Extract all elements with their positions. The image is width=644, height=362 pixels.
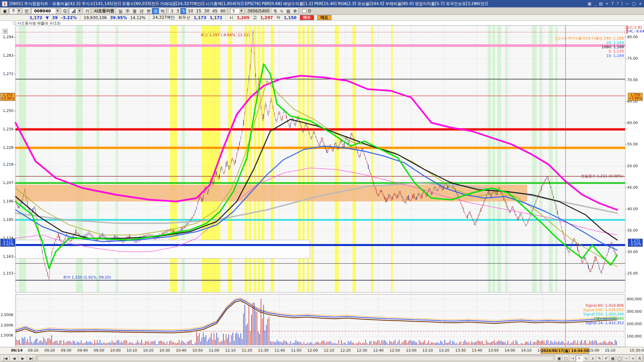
time-axis-label: 12:30 <box>354 348 370 353</box>
scroll-start-button[interactable]: |◀ <box>1 355 10 361</box>
low-price: 1,150 <box>284 15 297 20</box>
time-axis-label: 10:40 <box>173 348 189 353</box>
pin-icon[interactable]: + <box>605 1 609 6</box>
period-button[interactable]: 월 <box>131 8 138 14</box>
close-icon[interactable]: × <box>639 1 642 6</box>
current-price-badge-left: 1,172 -3.22% <box>0 239 15 247</box>
help-icon[interactable]: ? <box>616 1 619 6</box>
quote-bar: 1,172 ▼ 39 -3.22% 19,930,106 39.95% 14.1… <box>0 15 644 21</box>
save-icon[interactable]: ▤ <box>285 8 292 14</box>
period-button[interactable]: 초 <box>152 8 159 14</box>
period-button[interactable]: 일 <box>117 8 124 14</box>
time-axis-label: 12:20 <box>338 348 353 353</box>
legend-line: 10: 1,169 <box>556 54 624 58</box>
asset-type-select[interactable]: 주 ▼ <box>9 8 22 14</box>
interval-button[interactable]: 10 <box>186 8 195 14</box>
period-button[interactable]: 분 <box>145 8 152 14</box>
sell-button[interactable]: 매도 <box>317 15 331 20</box>
price-axis-label: 1,250 <box>1 109 13 113</box>
asset-type-value: 주 <box>11 8 15 14</box>
percent-axis-label: 75.00 <box>627 56 638 61</box>
minimize-icon[interactable]: — <box>626 1 630 6</box>
price-axis-label: 1,283 <box>1 53 13 58</box>
period-button[interactable]: 틱 <box>159 8 166 14</box>
settings-icon[interactable]: ⚙ <box>291 8 299 14</box>
grid-settings-icon[interactable]: ⊞ <box>3 29 8 34</box>
period-button[interactable]: 년 <box>138 8 145 14</box>
screen-layout-icon[interactable]: ▣ <box>1 8 8 14</box>
price-axis-label: 1,239 <box>1 127 13 131</box>
chart-type-select[interactable]: ▼ <box>69 8 83 14</box>
peak-tool-icon[interactable]: ∧ <box>589 355 596 361</box>
best-quote-label: 최우선 <box>178 15 190 20</box>
cursor-icon[interactable]: ↖ <box>576 355 583 361</box>
period-button[interactable]: 주 <box>124 8 131 14</box>
chart-scrollbar[interactable]: ···································· <box>38 356 554 361</box>
divider-icon[interactable]: | <box>622 1 623 6</box>
trend-dash-icon[interactable]: ⇢ <box>569 355 576 361</box>
stock-code-input[interactable] <box>34 8 54 14</box>
zoom-in-icon[interactable]: + <box>630 355 636 361</box>
current-price-badge-right: 1,172 -3.22% <box>628 239 643 247</box>
stock-name-label: 사조동아원 <box>92 8 116 14</box>
time-axis-label: 13:40 <box>469 348 485 353</box>
interval-button[interactable]: 30 <box>203 8 211 14</box>
turnover-pct: 39.95% <box>110 15 127 20</box>
pen-tool-icon[interactable]: ✐ <box>603 355 609 361</box>
interval-button[interactable]: 60 <box>219 8 227 14</box>
overlay-icon[interactable]: ▢ <box>562 355 569 361</box>
indicator-title: 사조동아원 매물대 수(13) <box>17 21 61 26</box>
zoom-out-icon[interactable]: − <box>623 355 630 361</box>
search-icon[interactable]: Q <box>62 8 68 14</box>
text-tool-icon[interactable]: A <box>636 355 643 361</box>
scroll-end-button[interactable]: ▶| <box>27 355 36 361</box>
hide-icon[interactable]: _ <box>594 1 596 6</box>
time-axis-label: 12:10 <box>321 348 337 353</box>
line-style-icon[interactable]: ∿ <box>278 8 285 14</box>
crosshair-time-badge: 2024/06/17(월) 14:44:50 <box>541 348 589 354</box>
interval-button[interactable]: 5 <box>180 8 186 14</box>
indicator-header[interactable]: 사조동아원 매물대 수(13) <box>13 21 61 25</box>
wave-tool-icon[interactable]: ∿ <box>583 355 589 361</box>
interval-button[interactable]: 3 <box>175 8 181 14</box>
chevron-down-icon[interactable]: ▼ <box>239 9 244 13</box>
chart-canvas[interactable] <box>0 0 644 362</box>
chevron-down-icon[interactable]: ▼ <box>56 9 60 13</box>
new-window-icon[interactable]: ▣ <box>588 1 591 6</box>
volume-value: 19,930,106 <box>84 15 107 20</box>
time-axis-label: 11:10 <box>223 348 238 353</box>
buy-button[interactable]: 매수 <box>300 15 314 20</box>
d-checkbox[interactable] <box>302 9 306 13</box>
overlay-grid-icon[interactable]: ▣ <box>556 355 562 361</box>
draw-tool-icon[interactable]: ✎ <box>596 355 603 361</box>
price-axis-label: 1,207 <box>1 181 13 185</box>
title-toggle-icon[interactable]: T <box>611 1 614 6</box>
hc-value: HC:-9.64 <box>628 29 644 34</box>
time-axis[interactable]: 2024/06/17(월) 14:44:50 06/1409:1009:2009… <box>0 347 644 354</box>
maximize-icon[interactable]: □ <box>632 1 636 6</box>
quote-button[interactable]: 거 <box>84 8 91 14</box>
volume-signal-legend: Signal 60: 1,419,906Signal 100: 1,425,05… <box>583 303 624 325</box>
time-axis-label: 13:50 <box>486 348 501 353</box>
chevron-down-icon[interactable]: ▼ <box>17 9 21 13</box>
time-axis-label: 14:00 <box>502 348 518 353</box>
chart-window-icon[interactable]: ▦ <box>609 355 616 361</box>
tick-count-select[interactable]: 5 ▼ <box>230 8 245 14</box>
scroll-left-button[interactable]: ◀ <box>10 355 18 361</box>
percent-axis-label: 60.00 <box>627 121 638 125</box>
d-checkbox-label: D <box>308 9 311 13</box>
divider <box>80 15 80 20</box>
volume-scale-label: 100,000 <box>627 334 642 339</box>
interval-button[interactable]: 1 <box>169 8 175 14</box>
magnifier-icon[interactable]: ◯ <box>616 355 623 361</box>
copy-window-icon[interactable]: ▤ <box>599 1 602 6</box>
compare-icon[interactable]: ⇅ <box>272 8 279 14</box>
prev-stock-button[interactable]: 전 <box>23 8 31 14</box>
stock-code-combo[interactable]: ▼ <box>32 8 61 14</box>
bar-counter: 3956/5400 <box>246 9 271 13</box>
chevron-down-icon[interactable]: ▼ <box>77 9 82 13</box>
interval-button[interactable]: 15 <box>195 8 203 14</box>
indicator-checkbox-icon[interactable] <box>13 22 16 24</box>
interval-button[interactable]: 45 <box>211 8 219 14</box>
scroll-right-button[interactable]: ▶ <box>18 355 27 361</box>
